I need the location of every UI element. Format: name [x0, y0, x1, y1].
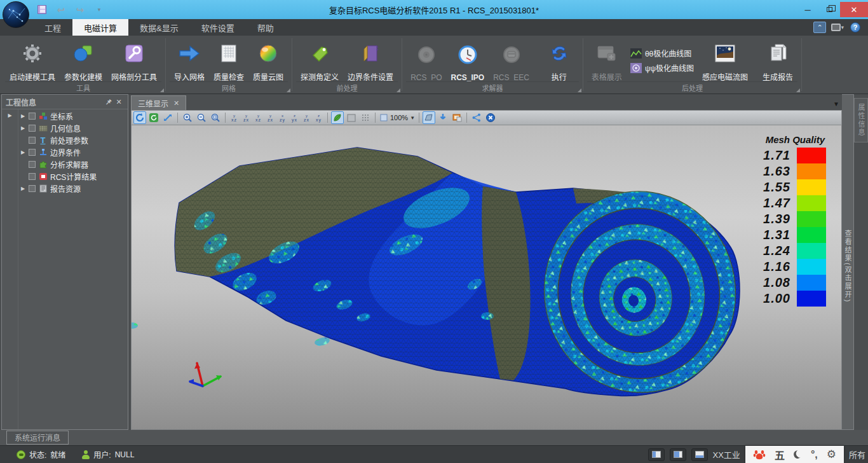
- result-collapsed-panel[interactable]: 查看结果(双击展开): [842, 94, 854, 430]
- viewport-3d[interactable]: Mesh Quality 1.71 1.63 1.55 1.47 1.39 1.…: [131, 125, 842, 430]
- view-iso2-button[interactable]: zxy: [313, 111, 324, 124]
- view-bottom-button[interactable]: zyx: [289, 111, 300, 124]
- expander-icon[interactable]: ▶: [20, 125, 26, 131]
- table-window-icon: [596, 39, 618, 68]
- rotate-tool-button[interactable]: [133, 111, 146, 124]
- ime-toolbar[interactable]: 五 °,: [745, 446, 844, 463]
- import-arrow-icon: [178, 39, 201, 68]
- orbit-icon: [149, 113, 159, 123]
- export-image-button[interactable]: [451, 111, 463, 124]
- tree-item-geometry-info[interactable]: ▶ 几何信息: [18, 122, 128, 134]
- expander-icon[interactable]: ▶: [20, 149, 26, 155]
- launch-modeling-tool-button[interactable]: 启动建模工具: [5, 38, 60, 83]
- select-faces-button[interactable]: [423, 111, 435, 124]
- checkbox[interactable]: [29, 185, 36, 192]
- tab-em-computation[interactable]: 电磁计算: [72, 19, 128, 36]
- panel-close-button[interactable]: ✕: [114, 97, 124, 107]
- close-view-button[interactable]: [484, 111, 497, 124]
- ime-settings-gear-icon[interactable]: [827, 448, 836, 461]
- layout-bottom-button[interactable]: [691, 448, 708, 461]
- tree-item-analysis-solver[interactable]: 分析求解器: [18, 158, 128, 170]
- meshing-tool-button[interactable]: 网格剖分工具: [107, 38, 161, 83]
- restore-button[interactable]: [818, 2, 840, 17]
- group-expander-icon[interactable]: [578, 88, 581, 92]
- boundary-settings-button[interactable]: 边界条件设置: [343, 38, 398, 83]
- quality-contour-button[interactable]: 质量云图: [248, 38, 288, 83]
- download-view-button[interactable]: [437, 111, 449, 124]
- group-expander-icon[interactable]: [287, 88, 290, 92]
- tree-item-coordinate-system[interactable]: ▶ 坐标系: [18, 110, 128, 122]
- orbit-tool-button[interactable]: [147, 111, 160, 124]
- theta-polar-curve-button[interactable]: θθ极化曲线图: [630, 48, 694, 59]
- tab-3d-display[interactable]: 三维显示 ✕: [131, 95, 186, 110]
- quality-check-button[interactable]: 质量检查: [209, 38, 248, 83]
- detection-angle-button[interactable]: 探测角定义: [296, 38, 343, 83]
- pin-button[interactable]: 📌︎: [104, 97, 114, 107]
- collapse-ribbon-button[interactable]: ⌃: [813, 22, 826, 33]
- import-mesh-button[interactable]: 导入网格: [170, 38, 209, 83]
- view-iso1-button[interactable]: yzx: [301, 111, 312, 124]
- tab-software-settings[interactable]: 软件设置: [190, 19, 246, 36]
- generate-report-button[interactable]: 生成报告: [758, 38, 797, 83]
- tab-close-icon[interactable]: ✕: [173, 99, 179, 107]
- checkbox[interactable]: [29, 137, 36, 144]
- execute-button[interactable]: 执行: [539, 38, 579, 83]
- solver-rcs-po-button[interactable]: RCS_PO: [406, 38, 446, 83]
- share-view-button[interactable]: [470, 111, 483, 124]
- expander-icon[interactable]: ▶: [20, 113, 26, 119]
- status-value: 就绪: [50, 449, 65, 460]
- parametric-modeling-button[interactable]: 参数化建模: [60, 38, 107, 83]
- group-expander-icon[interactable]: [397, 88, 400, 92]
- tab-data-display[interactable]: 数据&显示: [128, 19, 190, 36]
- layout-split-button[interactable]: [670, 448, 686, 461]
- zoom-out-button[interactable]: [195, 111, 208, 124]
- checkbox[interactable]: [29, 113, 36, 120]
- polar-curve-buttons: θθ极化曲线图 ψψ极化曲线图: [627, 38, 698, 83]
- solver-rcs-eec-button[interactable]: RCS_EEC: [489, 38, 534, 83]
- checkbox[interactable]: [29, 161, 36, 168]
- shaded-mode-button[interactable]: [331, 111, 344, 124]
- ime-input-mode[interactable]: 五: [775, 447, 785, 462]
- minimize-button[interactable]: ─: [797, 2, 818, 17]
- expander-icon[interactable]: ▶: [20, 186, 26, 191]
- display-style-button[interactable]: ▾: [831, 22, 844, 33]
- checkbox[interactable]: [29, 125, 36, 132]
- points-mode-button[interactable]: [359, 111, 372, 124]
- zoom-level-control[interactable]: 100% ▼: [379, 111, 416, 124]
- view-right-button[interactable]: yzx: [265, 111, 276, 124]
- checkbox[interactable]: [29, 173, 36, 180]
- zoom-in-button[interactable]: [181, 111, 194, 124]
- induced-current-map-button[interactable]: 感应电磁流图: [698, 38, 752, 83]
- export-image-icon: [452, 113, 462, 123]
- psi-polar-curve-button[interactable]: ψψ极化曲线图: [630, 62, 694, 73]
- tree-item-rcs-results[interactable]: RCS计算结果: [18, 170, 128, 183]
- view-top-button[interactable]: xzy: [277, 111, 288, 124]
- view-left-button[interactable]: yxz: [253, 111, 264, 124]
- ime-fullhalf-moon-icon[interactable]: [794, 450, 802, 459]
- group-expander-icon[interactable]: [160, 88, 164, 92]
- tree-item-boundary-conditions[interactable]: ▶ 边界条件: [18, 146, 128, 158]
- wireframe-mode-button[interactable]: [345, 111, 358, 124]
- solver-rcs-ipo-button[interactable]: RCS_IPO: [446, 38, 489, 83]
- tree-item-preprocess-params[interactable]: T 前处理参数: [18, 134, 128, 146]
- system-messages-tab[interactable]: 系统运行消息: [6, 431, 69, 445]
- tab-project[interactable]: 工程: [33, 19, 72, 36]
- tab-list-dropdown-icon[interactable]: ▼: [833, 100, 839, 107]
- close-button[interactable]: ✕: [840, 2, 868, 17]
- zoom-fit-button[interactable]: [209, 111, 222, 124]
- property-info-tab[interactable]: 属性信息: [854, 98, 868, 142]
- pan-tool-button[interactable]: [161, 111, 174, 124]
- table-display-button[interactable]: 表格展示: [587, 38, 627, 83]
- help-button[interactable]: ?: [849, 22, 862, 33]
- ime-punctuation-icon[interactable]: °,: [811, 449, 818, 460]
- tab-help[interactable]: 帮助: [246, 19, 285, 36]
- ime-logo-paw-icon[interactable]: [753, 449, 766, 460]
- checkbox[interactable]: [29, 149, 36, 156]
- app-logo[interactable]: [3, 1, 29, 28]
- layout-left-button[interactable]: [648, 448, 665, 461]
- group-expander-icon[interactable]: [796, 88, 800, 92]
- tree-item-report-resources[interactable]: ▶ 报告资源: [18, 183, 128, 195]
- view-front-button[interactable]: yxz: [229, 111, 240, 124]
- gutter-arrow-icon[interactable]: ▶: [2, 109, 18, 121]
- view-back-button[interactable]: yzx: [241, 111, 252, 124]
